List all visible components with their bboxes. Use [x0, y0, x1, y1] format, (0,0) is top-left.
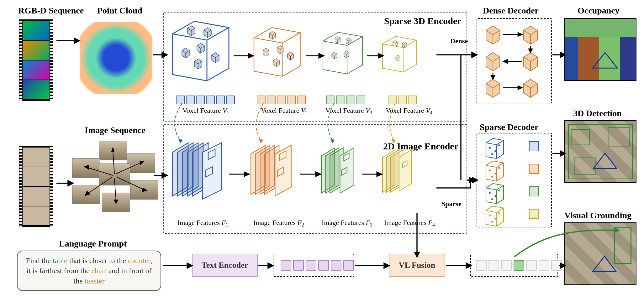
image-sequence-label: Image Sequence: [85, 125, 145, 135]
3d-detection-output: [564, 120, 636, 183]
dense-decoder-label: Dense Decoder: [483, 6, 539, 16]
svg-marker-96: [472, 52, 477, 57]
image-sequence-fan: [72, 141, 154, 204]
language-prompt-box: Find the table that is closer to the cou…: [17, 251, 161, 291]
lang-text-1: Find the: [26, 257, 53, 265]
svg-rect-73: [571, 130, 590, 145]
dense-path-label: Dense: [450, 37, 468, 45]
svg-line-6: [88, 177, 112, 194]
voxel-feature-v1-label: Voxel Feature V1: [182, 106, 229, 116]
lang-text-2: that is closer to the: [67, 257, 128, 265]
text-tokens: [281, 260, 354, 271]
svg-rect-75: [574, 158, 596, 175]
voxel-feature-v4-label: Voxel Feature V4: [386, 106, 432, 116]
svg-marker-11: [114, 200, 118, 204]
svg-marker-3: [85, 165, 88, 169]
voxel-feature-v3-label: Voxel Feature V3: [325, 106, 372, 116]
svg-line-2: [88, 168, 113, 175]
svg-marker-88: [268, 263, 273, 268]
svg-marker-5: [140, 161, 144, 165]
lang-word-counter: counter: [128, 257, 150, 265]
svg-marker-90: [384, 263, 389, 268]
image-features-f1-label: Image Features F1: [177, 219, 228, 228]
pointcloud-visual: [80, 22, 152, 94]
svg-line-8: [117, 177, 144, 190]
vl-fusion-module: VL Fusion: [389, 254, 445, 277]
image-features-f2-label: Image Features F2: [253, 219, 304, 228]
fused-tokens: [476, 260, 562, 271]
occupancy-output: [564, 18, 636, 81]
sparse-decoder-label: Sparse Decoder: [480, 122, 538, 132]
occupancy-label: Occupancy: [578, 6, 620, 16]
svg-marker-71: [593, 53, 617, 68]
svg-marker-9: [142, 188, 147, 192]
voxel-feature-v2-label: Voxel Feature V2: [261, 106, 308, 116]
sparse-path-label: Sparse: [441, 200, 462, 208]
svg-marker-86: [187, 263, 192, 268]
svg-line-10: [114, 179, 116, 200]
svg-line-4: [116, 163, 140, 174]
visual-grounding-output: [564, 222, 636, 285]
svg-line-0: [113, 151, 114, 174]
svg-marker-72: [593, 153, 617, 169]
rgbd-filmstrip: [19, 19, 53, 101]
image-filmstrip: [19, 146, 53, 227]
rgbd-sequence-label: RGB-D Sequence: [18, 6, 84, 16]
text-encoder-module: Text Encoder: [192, 254, 258, 277]
lang-word-table: table: [53, 257, 67, 265]
sparse-3d-encoder-box: [163, 12, 467, 122]
svg-marker-76: [593, 256, 616, 272]
svg-rect-74: [608, 128, 630, 146]
image-features-f4-label: Image Features F4: [384, 219, 435, 228]
visual-grounding-label: Visual Grounding: [564, 210, 631, 221]
2d-image-encoder-box: [163, 124, 467, 234]
dense-decoder-box: [477, 18, 552, 103]
lang-word-toaster: toaster: [85, 277, 105, 285]
language-prompt-label: Language Prompt: [59, 239, 127, 249]
svg-marker-7: [85, 191, 90, 195]
3d-detection-label: 3D Detection: [573, 108, 622, 118]
svg-marker-78: [74, 38, 79, 43]
lang-word-chair: chair: [92, 267, 107, 275]
svg-marker-1: [112, 148, 114, 152]
svg-marker-97: [469, 178, 474, 183]
sparse-decoder-box: [477, 133, 552, 227]
image-features-f3-label: Image Features F3: [322, 219, 372, 228]
pointcloud-label: Point Cloud: [97, 6, 142, 16]
